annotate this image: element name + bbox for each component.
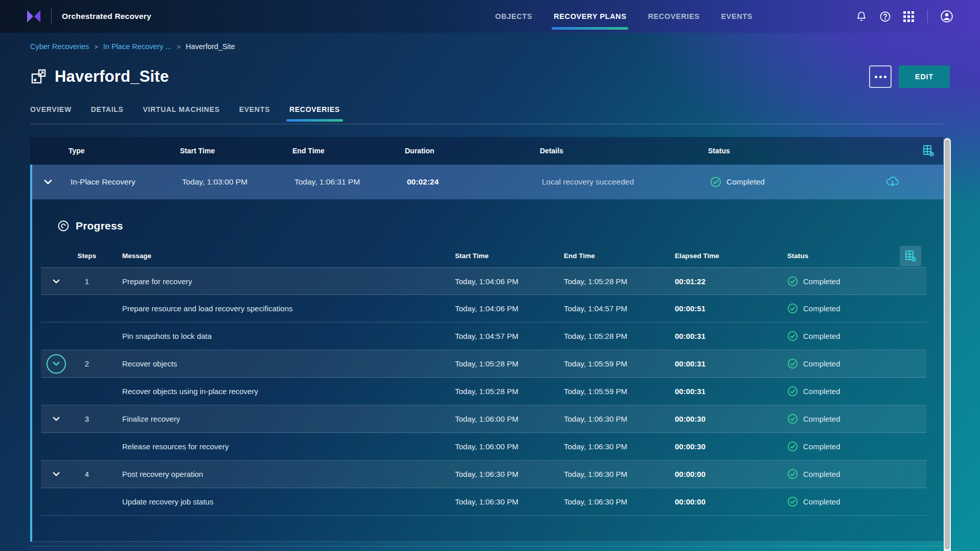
step-chevron-icon[interactable] <box>47 465 66 484</box>
step-chevron-icon[interactable] <box>47 409 66 429</box>
icons-divider <box>927 10 928 23</box>
collapse-chevron-icon[interactable] <box>38 172 58 192</box>
nav-objects[interactable]: OBJECTS <box>495 0 533 33</box>
step-chevron-icon[interactable] <box>47 354 66 374</box>
progress-row[interactable]: Prepare resource and load recovery speci… <box>41 295 926 323</box>
cell-message: Recover objects using in-place recovery <box>102 387 455 396</box>
breadcrumb-in-place-recovery[interactable]: In Place Recovery ... <box>103 42 172 51</box>
status-label: Completed <box>803 304 840 313</box>
nav-recovery-plans[interactable]: RECOVERY PLANS <box>554 0 626 33</box>
column-duration[interactable]: Duration <box>405 147 540 155</box>
progress-row[interactable]: 3 Finalize recovery Today, 1:06:00 PM To… <box>41 405 926 433</box>
cell-start-time: Today, 1:03:00 PM <box>182 177 294 187</box>
cell-end-time: Today, 1:05:59 PM <box>564 359 675 368</box>
column-end-time[interactable]: End Time <box>292 147 405 155</box>
cell-step-number: 2 <box>72 359 102 368</box>
completed-check-icon <box>787 331 798 341</box>
column-steps[interactable]: Steps <box>72 252 102 260</box>
progress-section-title: Progress <box>76 220 123 232</box>
progress-row[interactable]: 1 Prepare for recovery Today, 1:04:06 PM… <box>41 267 926 295</box>
cell-message: Release resources for recovery <box>102 442 455 451</box>
column-start-time[interactable]: Start Time <box>180 147 292 155</box>
cell-start-time: Today, 1:04:06 PM <box>455 277 564 286</box>
nav-recoveries[interactable]: RECOVERIES <box>648 0 699 33</box>
status-label: Completed <box>803 470 840 478</box>
app-title: Orchestrated Recovery <box>62 12 151 21</box>
cell-message: Finalize recovery <box>102 415 455 423</box>
tab-details[interactable]: DETAILS <box>91 105 124 122</box>
column-status[interactable]: Status <box>787 252 808 260</box>
column-status[interactable]: Status <box>708 147 864 155</box>
column-start-time[interactable]: Start Time <box>455 252 564 260</box>
app-grid-icon[interactable] <box>902 10 915 23</box>
tab-events[interactable]: EVENTS <box>239 105 270 122</box>
cell-status: Completed <box>787 303 926 314</box>
cell-step-number: 4 <box>72 470 102 478</box>
column-details[interactable]: Details <box>540 147 708 155</box>
progress-row[interactable]: Release resources for recovery Today, 1:… <box>41 433 926 461</box>
column-type[interactable]: Type <box>61 147 180 155</box>
progress-icon <box>57 220 70 232</box>
tab-virtual-machines[interactable]: VIRTUAL MACHINES <box>143 105 220 122</box>
cell-end-time: Today, 1:05:59 PM <box>564 387 675 396</box>
progress-row[interactable]: 2 Recover objects Today, 1:05:28 PM Toda… <box>41 350 926 378</box>
cell-status: Completed <box>710 176 866 188</box>
progress-row[interactable]: Update recovery job status Today, 1:06:3… <box>41 488 926 516</box>
cell-message: Pin snapshots to lock data <box>102 332 455 340</box>
step-chevron-icon[interactable] <box>47 271 66 291</box>
progress-row[interactable]: Pin snapshots to lock data Today, 1:04:5… <box>41 323 926 350</box>
completed-check-icon <box>787 303 798 314</box>
cell-start-time: Today, 1:04:57 PM <box>455 332 564 340</box>
completed-check-icon <box>787 441 798 452</box>
status-label: Completed <box>803 359 840 368</box>
cell-message: Post recovery operation <box>102 470 455 478</box>
cell-status: Completed <box>787 276 926 287</box>
cell-elapsed-time: 00:00:31 <box>675 359 787 368</box>
cell-start-time: Today, 1:05:28 PM <box>455 387 564 396</box>
cell-start-time: Today, 1:06:30 PM <box>455 470 564 478</box>
edit-button[interactable]: EDIT <box>899 65 950 88</box>
column-end-time[interactable]: End Time <box>564 252 675 260</box>
cell-elapsed-time: 00:00:00 <box>675 470 787 478</box>
breadcrumb-cyber-recoveries[interactable]: Cyber Recoveries <box>30 42 89 51</box>
cell-details: Local recovery succeeded <box>542 177 710 187</box>
cell-status: Completed <box>787 496 926 507</box>
recoveries-table-header: Type Start Time End Time Duration Detail… <box>30 137 943 165</box>
cell-end-time: Today, 1:06:31 PM <box>294 177 407 187</box>
help-icon[interactable] <box>878 10 892 23</box>
brand-divider <box>51 9 52 24</box>
tab-overview[interactable]: OVERVIEW <box>30 105 72 122</box>
more-actions-button[interactable] <box>869 65 892 88</box>
cell-end-time: Today, 1:06:30 PM <box>564 415 675 423</box>
completed-check-icon <box>710 176 721 188</box>
progress-row[interactable]: Recover objects using in-place recovery … <box>41 378 926 405</box>
cell-elapsed-time: 00:00:30 <box>675 442 787 451</box>
status-label: Completed <box>803 332 840 340</box>
cell-end-time: Today, 1:06:30 PM <box>564 470 675 478</box>
cell-status: Completed <box>787 386 926 397</box>
vertical-scrollbar[interactable] <box>944 138 951 551</box>
primary-nav: OBJECTS RECOVERY PLANS RECOVERIES EVENTS <box>495 0 753 33</box>
status-label: Completed <box>803 442 840 451</box>
column-message[interactable]: Message <box>102 252 455 260</box>
account-avatar-icon[interactable] <box>940 10 953 23</box>
cell-step-number: 1 <box>72 277 102 286</box>
cell-elapsed-time: 00:00:31 <box>675 387 787 396</box>
progress-row[interactable]: 4 Post recovery operation Today, 1:06:30… <box>41 461 926 488</box>
app-logo-icon[interactable] <box>27 10 41 23</box>
recovery-row[interactable]: In-Place Recovery Today, 1:03:00 PM Toda… <box>32 165 943 199</box>
scrollbar-thumb[interactable] <box>945 140 950 549</box>
cell-status: Completed <box>787 469 926 479</box>
cell-end-time: Today, 1:06:30 PM <box>564 497 675 506</box>
progress-rows: 1 Prepare for recovery Today, 1:04:06 PM… <box>41 267 926 516</box>
tab-recoveries[interactable]: RECOVERIES <box>289 105 340 122</box>
progress-column-settings-icon[interactable] <box>900 246 921 266</box>
nav-events[interactable]: EVENTS <box>721 0 753 33</box>
column-elapsed-time[interactable]: Elapsed Time <box>675 252 787 260</box>
bell-icon[interactable] <box>855 10 868 23</box>
completed-check-icon <box>787 386 798 397</box>
cell-status: Completed <box>787 441 926 452</box>
table-column-settings-icon[interactable] <box>922 144 935 157</box>
recovery-plan-icon <box>30 68 48 85</box>
cloud-download-icon[interactable] <box>885 175 900 189</box>
